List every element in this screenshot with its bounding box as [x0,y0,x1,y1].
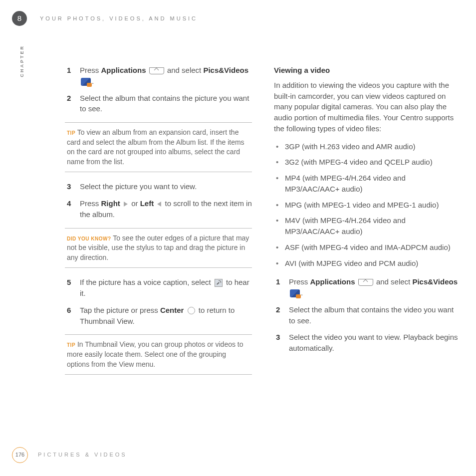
step-5: If the picture has a voice caption, sele… [65,277,252,299]
pics-videos-icon [290,289,300,297]
list-item: 3G2 (with MPEG-4 video and QCELP audio) [274,157,461,168]
step-4: Press Right or Left to scroll to the nex… [65,198,252,220]
r-step-1: Press Applications and select Pics&Video… [274,276,461,298]
list-item: 3GP (with H.263 video and AMR audio) [274,141,461,152]
home-icon [358,279,373,286]
list-item: AVI (with MJPEG video and PCM audio) [274,258,461,269]
step-3: Select the picture you want to view. [65,181,252,192]
tip-text-2: In Thumbnail View, you can group photos … [67,340,243,368]
page-number-badge: 176 [12,447,28,463]
step-6: Tap the picture or press Center to retur… [65,305,252,327]
format-list: 3GP (with H.263 video and AMR audio) 3G2… [274,141,461,269]
running-header: YOUR PHOTOS, VIDEOS, AND MUSIC [40,15,198,23]
tip-box: TIP To view an album from an expansion c… [65,122,252,172]
page-footer: 176 PICTURES & VIDEOS [12,447,127,463]
footer-title: PICTURES & VIDEOS [38,451,127,459]
list-item: ASF (with MPEG-4 video and IMA-ADPCM aud… [274,242,461,253]
tip-label-2: TIP [67,342,75,348]
chapter-badge: 8 [12,11,27,26]
right-column: Viewing a video In addition to viewing t… [274,65,461,384]
did-you-know-box: DID YOU KNOW? To see the outer edges of … [65,228,252,268]
intro-paragraph: In addition to viewing the videos you ca… [274,80,461,134]
list-item: MP4 (with MPEG-4/H.264 video and MP3/AAC… [274,173,461,195]
audio-icon [215,279,223,287]
tip-box-2: TIP In Thumbnail View, you can group pho… [65,334,252,375]
chapter-label: CHAPTER [19,45,25,77]
step-2: Select the album that contains the pictu… [65,93,252,115]
pics-videos-icon [81,78,91,86]
page-number: 176 [15,451,24,459]
dyk-label: DID YOU KNOW? [67,236,111,241]
tip-label: TIP [67,130,75,136]
tip-text: To view an album from an expansion card,… [67,128,244,166]
center-button-icon [188,307,195,314]
r-step-2: Select the album that contains the video… [274,304,461,326]
chapter-number: 8 [17,13,21,24]
home-icon [149,67,164,74]
right-arrow-icon [124,202,128,207]
step-1: Press Applications and select Pics&Video… [65,65,252,87]
left-column: Press Applications and select Pics&Video… [65,65,252,384]
section-heading: Viewing a video [274,65,461,76]
list-item: MPG (with MPEG-1 video and MPEG-1 audio) [274,200,461,211]
left-arrow-icon [157,202,161,207]
list-item: M4V (with MPEG-4/H.264 video and MP3/AAC… [274,215,461,237]
r-step-3: Select the video you want to view. Playb… [274,332,461,354]
